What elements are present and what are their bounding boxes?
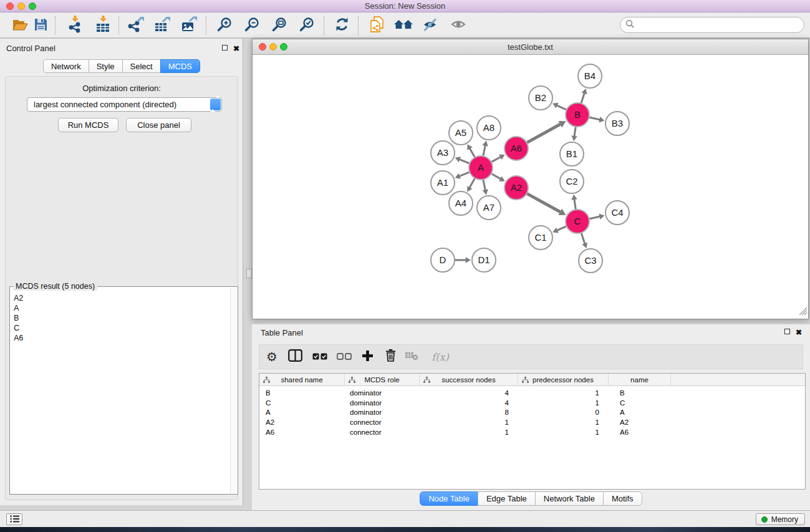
import-network-button[interactable] xyxy=(64,14,86,37)
graph-node-D[interactable]: D xyxy=(431,248,455,272)
net-minimize-button[interactable] xyxy=(269,43,277,51)
open-folder-icon xyxy=(12,17,29,34)
graph-node-A3[interactable]: A3 xyxy=(431,141,455,165)
export-image-button[interactable] xyxy=(178,14,200,37)
result-item[interactable]: A6 xyxy=(11,333,229,343)
graph-node-B[interactable]: B xyxy=(566,103,589,127)
result-item[interactable]: B xyxy=(11,313,229,323)
table-row[interactable]: Cdominator41C xyxy=(259,399,805,409)
function-builder-button[interactable]: f(x) xyxy=(427,345,454,369)
table-row[interactable]: Adominator80A xyxy=(259,408,805,418)
window-zoom-button[interactable] xyxy=(29,2,36,10)
graph-node-B1[interactable]: B1 xyxy=(560,142,584,166)
graph-node-C1[interactable]: C1 xyxy=(529,226,552,249)
graph-node-A4[interactable]: A4 xyxy=(449,191,473,215)
table-close-icon[interactable]: ✖ xyxy=(796,329,802,336)
graph-node-B4[interactable]: B4 xyxy=(578,64,602,88)
plus-icon xyxy=(362,351,373,364)
graph-node-B2[interactable]: B2 xyxy=(529,86,552,110)
table-row[interactable]: A6connector11A6 xyxy=(259,428,805,438)
memory-button[interactable]: Memory xyxy=(756,513,805,525)
node-table[interactable]: shared nameMCDS rolesuccessor nodesprede… xyxy=(259,373,806,490)
table-settings-button[interactable]: ⚙ xyxy=(261,345,282,369)
homes-button[interactable] xyxy=(392,14,415,37)
window-close-button[interactable] xyxy=(6,2,14,10)
graph-node-C4[interactable]: C4 xyxy=(605,201,629,225)
search-input[interactable] xyxy=(637,21,793,30)
tab-motifs[interactable]: Motifs xyxy=(603,491,642,506)
zoom-out-button[interactable] xyxy=(241,14,263,37)
graph-node-A[interactable]: A xyxy=(469,156,493,180)
table-row[interactable]: Bdominator41B xyxy=(259,389,805,399)
zoom-in-button[interactable] xyxy=(213,14,236,37)
zoom-selected-button[interactable] xyxy=(296,14,318,37)
column-header[interactable]: MCDS role xyxy=(345,374,420,385)
graph-node-B3[interactable]: B3 xyxy=(605,112,629,135)
fx-icon: f(x) xyxy=(432,351,448,363)
add-column-button[interactable] xyxy=(357,345,378,369)
import-table-icon xyxy=(95,16,111,36)
export-table-button[interactable] xyxy=(151,14,173,37)
split-pane-divider-handle[interactable] xyxy=(246,269,252,278)
tab-mcds[interactable]: MCDS xyxy=(160,59,200,73)
column-header[interactable]: predecessor nodes xyxy=(518,374,609,385)
run-mcds-button[interactable]: Run MCDS xyxy=(58,118,118,132)
annotation-visibility-button[interactable] xyxy=(419,14,441,37)
tab-edge-table[interactable]: Edge Table xyxy=(478,491,536,506)
delete-column-button[interactable] xyxy=(380,345,401,369)
table-panel: Table Panel ✖ ⚙ f(x) shared nameMCDS rol… xyxy=(252,324,810,510)
net-zoom-button[interactable] xyxy=(280,43,287,51)
open-session-button[interactable] xyxy=(9,14,31,37)
window-minimize-button[interactable] xyxy=(17,2,25,10)
result-scrollbar[interactable] xyxy=(230,288,237,493)
fit-content-button[interactable] xyxy=(268,14,291,37)
clone-network-button[interactable] xyxy=(366,14,388,37)
graph-node-C3[interactable]: C3 xyxy=(579,249,602,273)
export-network-button[interactable] xyxy=(125,14,147,37)
graph-node-D1[interactable]: D1 xyxy=(472,248,496,272)
toolbar-separator xyxy=(206,16,206,35)
float-panel-icon[interactable] xyxy=(222,45,228,51)
result-item[interactable]: A2 xyxy=(11,293,229,303)
graph-node-C2[interactable]: C2 xyxy=(560,170,584,193)
column-header[interactable]: name xyxy=(609,374,671,385)
graph-node-C[interactable]: C xyxy=(566,210,589,233)
result-item[interactable]: A xyxy=(11,303,229,313)
tab-select[interactable]: Select xyxy=(122,59,161,73)
tab-network-table[interactable]: Network Table xyxy=(535,491,604,506)
delete-table-button[interactable] xyxy=(401,345,422,369)
import-table-button[interactable] xyxy=(92,14,114,37)
tab-network[interactable]: Network xyxy=(43,59,89,73)
delete-table-icon xyxy=(405,351,418,363)
column-header[interactable]: shared name xyxy=(259,374,345,385)
tab-style[interactable]: Style xyxy=(89,59,123,73)
refresh-button[interactable] xyxy=(330,14,353,37)
graph-node-A6[interactable]: A6 xyxy=(504,137,528,160)
column-header[interactable]: successor nodes xyxy=(420,374,518,385)
result-item[interactable]: C xyxy=(11,323,229,333)
show-hide-button[interactable] xyxy=(447,14,470,37)
network-window-titlebar[interactable]: testGlobe.txt xyxy=(253,39,808,55)
tab-node-table[interactable]: Node Table xyxy=(420,491,478,506)
resize-grip-icon[interactable] xyxy=(799,307,808,318)
net-close-button[interactable] xyxy=(259,43,266,51)
criterion-dropdown[interactable]: largest connected component (directed) xyxy=(27,97,222,112)
graph-node-A1[interactable]: A1 xyxy=(431,171,455,195)
graph-node-A2[interactable]: A2 xyxy=(504,176,528,200)
save-session-button[interactable] xyxy=(29,14,52,37)
zoom-selected-icon xyxy=(299,17,314,34)
graph-node-A8[interactable]: A8 xyxy=(477,116,501,140)
column-view-button[interactable] xyxy=(284,345,306,369)
graph-node-A5[interactable]: A5 xyxy=(449,121,473,145)
task-history-button[interactable] xyxy=(6,513,22,525)
select-all-button[interactable] xyxy=(309,345,330,369)
graph-node-A7[interactable]: A7 xyxy=(477,196,501,220)
search-field[interactable] xyxy=(620,17,804,33)
close-panel-button[interactable]: Close panel xyxy=(126,118,191,132)
table-float-icon[interactable] xyxy=(784,329,790,334)
table-row[interactable]: A2connector11A2 xyxy=(259,418,805,428)
list-icon xyxy=(10,514,19,525)
network-canvas[interactable]: B4B2BB3A8A5A6A3B1AC2A1A2A4A7C4CC1C3DD1 xyxy=(253,55,808,319)
deselect-all-button[interactable] xyxy=(334,345,355,369)
close-panel-icon[interactable]: ✖ xyxy=(233,45,239,52)
